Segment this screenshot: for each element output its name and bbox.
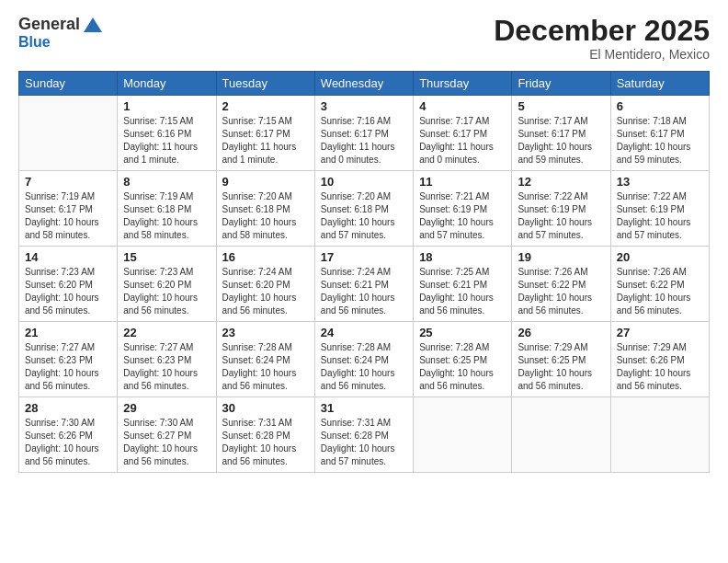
day-info: Sunrise: 7:15 AMSunset: 6:16 PMDaylight:… xyxy=(123,115,210,167)
day-number: 23 xyxy=(222,326,309,339)
day-number: 11 xyxy=(419,175,506,189)
logo-icon xyxy=(82,16,104,34)
day-cell: 8Sunrise: 7:19 AMSunset: 6:18 PMDaylight… xyxy=(118,171,216,247)
day-info: Sunrise: 7:31 AMSunset: 6:28 PMDaylight:… xyxy=(321,417,407,468)
day-number: 20 xyxy=(617,250,703,264)
day-cell: 22Sunrise: 7:27 AMSunset: 6:23 PMDayligh… xyxy=(118,322,216,397)
day-info: Sunrise: 7:20 AMSunset: 6:18 PMDaylight:… xyxy=(321,190,407,242)
day-number: 2 xyxy=(222,99,309,113)
day-number: 4 xyxy=(419,99,506,113)
day-number: 29 xyxy=(123,401,210,415)
day-number: 15 xyxy=(123,250,210,264)
day-number: 26 xyxy=(518,326,604,339)
day-cell: 3Sunrise: 7:16 AMSunset: 6:17 PMDaylight… xyxy=(314,96,413,171)
day-info: Sunrise: 7:22 AMSunset: 6:19 PMDaylight:… xyxy=(617,190,703,242)
day-cell: 14Sunrise: 7:23 AMSunset: 6:20 PMDayligh… xyxy=(19,247,118,322)
day-cell: 16Sunrise: 7:24 AMSunset: 6:20 PMDayligh… xyxy=(216,247,314,322)
day-number: 16 xyxy=(222,250,309,264)
logo: General Blue xyxy=(18,15,104,51)
day-info: Sunrise: 7:23 AMSunset: 6:20 PMDaylight:… xyxy=(25,266,111,317)
day-info: Sunrise: 7:30 AMSunset: 6:27 PMDaylight:… xyxy=(123,417,210,468)
day-info: Sunrise: 7:24 AMSunset: 6:21 PMDaylight:… xyxy=(321,266,407,317)
day-info: Sunrise: 7:28 AMSunset: 6:25 PMDaylight:… xyxy=(419,341,506,393)
day-cell: 30Sunrise: 7:31 AMSunset: 6:28 PMDayligh… xyxy=(216,397,314,473)
day-cell xyxy=(610,397,709,473)
header-sunday: Sunday xyxy=(19,72,118,96)
day-info: Sunrise: 7:26 AMSunset: 6:22 PMDaylight:… xyxy=(518,266,604,317)
weekday-header-row: Sunday Monday Tuesday Wednesday Thursday… xyxy=(19,72,710,96)
day-number: 21 xyxy=(25,326,111,339)
day-cell: 4Sunrise: 7:17 AMSunset: 6:17 PMDaylight… xyxy=(414,96,512,171)
day-number: 5 xyxy=(518,99,604,113)
day-number: 24 xyxy=(321,326,407,339)
week-row-2: 7Sunrise: 7:19 AMSunset: 6:17 PMDaylight… xyxy=(19,171,710,247)
day-cell xyxy=(414,397,512,473)
week-row-3: 14Sunrise: 7:23 AMSunset: 6:20 PMDayligh… xyxy=(19,247,710,322)
day-cell: 17Sunrise: 7:24 AMSunset: 6:21 PMDayligh… xyxy=(314,247,413,322)
location: El Mentidero, Mexico xyxy=(494,47,710,62)
day-number: 8 xyxy=(123,175,210,189)
day-info: Sunrise: 7:17 AMSunset: 6:17 PMDaylight:… xyxy=(419,115,506,167)
header-wednesday: Wednesday xyxy=(314,72,413,96)
day-cell: 18Sunrise: 7:25 AMSunset: 6:21 PMDayligh… xyxy=(414,247,512,322)
day-cell: 20Sunrise: 7:26 AMSunset: 6:22 PMDayligh… xyxy=(610,247,709,322)
day-number: 27 xyxy=(617,326,703,339)
day-cell: 7Sunrise: 7:19 AMSunset: 6:17 PMDaylight… xyxy=(19,171,118,247)
day-cell: 25Sunrise: 7:28 AMSunset: 6:25 PMDayligh… xyxy=(414,322,512,397)
day-number: 14 xyxy=(25,250,111,264)
header-saturday: Saturday xyxy=(610,72,709,96)
day-number: 30 xyxy=(222,401,309,415)
day-cell: 26Sunrise: 7:29 AMSunset: 6:25 PMDayligh… xyxy=(512,322,610,397)
header-thursday: Thursday xyxy=(414,72,512,96)
day-cell: 27Sunrise: 7:29 AMSunset: 6:26 PMDayligh… xyxy=(610,322,709,397)
day-number: 25 xyxy=(419,326,506,339)
day-number: 18 xyxy=(419,250,506,264)
header-monday: Monday xyxy=(118,72,216,96)
day-number: 1 xyxy=(123,99,210,113)
day-cell: 9Sunrise: 7:20 AMSunset: 6:18 PMDaylight… xyxy=(216,171,314,247)
day-cell: 21Sunrise: 7:27 AMSunset: 6:23 PMDayligh… xyxy=(19,322,118,397)
header-friday: Friday xyxy=(512,72,610,96)
day-info: Sunrise: 7:15 AMSunset: 6:17 PMDaylight:… xyxy=(222,115,309,167)
day-number: 19 xyxy=(518,250,604,264)
day-info: Sunrise: 7:19 AMSunset: 6:18 PMDaylight:… xyxy=(123,190,210,242)
day-info: Sunrise: 7:28 AMSunset: 6:24 PMDaylight:… xyxy=(321,341,407,393)
day-cell: 13Sunrise: 7:22 AMSunset: 6:19 PMDayligh… xyxy=(610,171,709,247)
day-cell: 12Sunrise: 7:22 AMSunset: 6:19 PMDayligh… xyxy=(512,171,610,247)
day-info: Sunrise: 7:29 AMSunset: 6:25 PMDaylight:… xyxy=(518,341,604,393)
calendar: Sunday Monday Tuesday Wednesday Thursday… xyxy=(18,71,710,473)
title-section: December 2025 El Mentidero, Mexico xyxy=(494,15,710,62)
month-title: December 2025 xyxy=(494,15,710,47)
day-number: 28 xyxy=(25,401,111,415)
day-number: 7 xyxy=(25,175,111,189)
page: General Blue December 2025 El Mentidero,… xyxy=(0,0,728,563)
day-info: Sunrise: 7:23 AMSunset: 6:20 PMDaylight:… xyxy=(123,266,210,317)
day-info: Sunrise: 7:25 AMSunset: 6:21 PMDaylight:… xyxy=(419,266,506,317)
day-info: Sunrise: 7:21 AMSunset: 6:19 PMDaylight:… xyxy=(419,190,506,242)
day-cell: 5Sunrise: 7:17 AMSunset: 6:17 PMDaylight… xyxy=(512,96,610,171)
day-info: Sunrise: 7:31 AMSunset: 6:28 PMDaylight:… xyxy=(222,417,309,468)
header-tuesday: Tuesday xyxy=(216,72,314,96)
day-info: Sunrise: 7:16 AMSunset: 6:17 PMDaylight:… xyxy=(321,115,407,167)
logo-blue: Blue xyxy=(18,34,51,50)
day-info: Sunrise: 7:26 AMSunset: 6:22 PMDaylight:… xyxy=(617,266,703,317)
day-info: Sunrise: 7:30 AMSunset: 6:26 PMDaylight:… xyxy=(25,417,111,468)
day-cell: 1Sunrise: 7:15 AMSunset: 6:16 PMDaylight… xyxy=(118,96,216,171)
day-info: Sunrise: 7:20 AMSunset: 6:18 PMDaylight:… xyxy=(222,190,309,242)
day-number: 3 xyxy=(321,99,407,113)
day-info: Sunrise: 7:19 AMSunset: 6:17 PMDaylight:… xyxy=(25,190,111,242)
day-cell: 31Sunrise: 7:31 AMSunset: 6:28 PMDayligh… xyxy=(314,397,413,473)
day-cell: 28Sunrise: 7:30 AMSunset: 6:26 PMDayligh… xyxy=(19,397,118,473)
day-cell: 10Sunrise: 7:20 AMSunset: 6:18 PMDayligh… xyxy=(314,171,413,247)
day-cell: 19Sunrise: 7:26 AMSunset: 6:22 PMDayligh… xyxy=(512,247,610,322)
logo-general: General xyxy=(18,15,80,34)
day-number: 10 xyxy=(321,175,407,189)
day-info: Sunrise: 7:27 AMSunset: 6:23 PMDaylight:… xyxy=(25,341,111,393)
day-info: Sunrise: 7:29 AMSunset: 6:26 PMDaylight:… xyxy=(617,341,703,393)
header: General Blue December 2025 El Mentidero,… xyxy=(18,15,710,62)
day-cell xyxy=(19,96,118,171)
day-info: Sunrise: 7:24 AMSunset: 6:20 PMDaylight:… xyxy=(222,266,309,317)
day-number: 12 xyxy=(518,175,604,189)
day-info: Sunrise: 7:22 AMSunset: 6:19 PMDaylight:… xyxy=(518,190,604,242)
day-cell: 2Sunrise: 7:15 AMSunset: 6:17 PMDaylight… xyxy=(216,96,314,171)
